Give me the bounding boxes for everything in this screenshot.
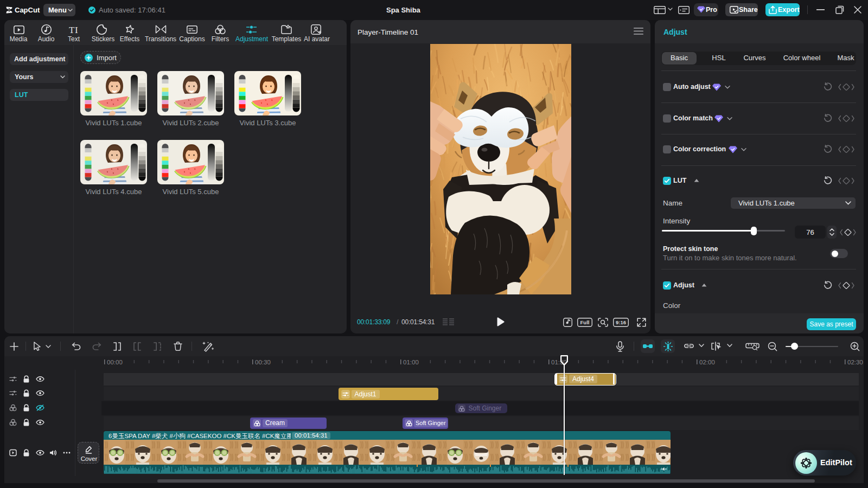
svg-text:00:30: 00:30 xyxy=(255,359,271,365)
svg-text:02:30: 02:30 xyxy=(847,359,863,365)
svg-text:01:00: 01:00 xyxy=(403,359,419,365)
svg-text:00:00: 00:00 xyxy=(107,359,123,365)
svg-text:02:00: 02:00 xyxy=(699,359,715,365)
svg-text:9:16: 9:16 xyxy=(616,319,626,325)
svg-text:Full: Full xyxy=(580,319,590,325)
